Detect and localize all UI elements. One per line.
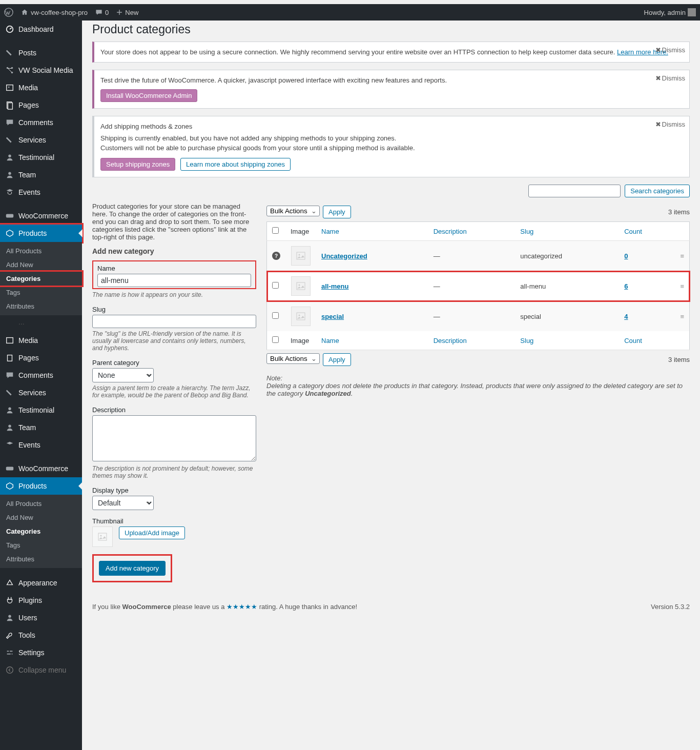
menu-settings[interactable]: Settings bbox=[0, 644, 82, 661]
parent-select[interactable]: None bbox=[92, 368, 154, 382]
search-categories-button[interactable]: Search categories bbox=[625, 185, 690, 197]
menu-collapse[interactable]: Collapse menu bbox=[0, 661, 82, 679]
wp-logo[interactable] bbox=[4, 8, 13, 17]
menu-services-2[interactable]: Services bbox=[0, 384, 82, 401]
sub-tags-2[interactable]: Tags bbox=[0, 538, 82, 552]
name-input[interactable] bbox=[97, 274, 251, 287]
col-image: Image bbox=[285, 222, 316, 241]
close-icon: ✖ bbox=[655, 120, 661, 128]
rating-stars[interactable]: ★★★★★ bbox=[227, 603, 257, 611]
menu-testimonial[interactable]: Testimonial bbox=[0, 149, 82, 166]
menu-pages-2[interactable]: Pages bbox=[0, 349, 82, 367]
col-count[interactable]: Count bbox=[619, 222, 675, 241]
menu-testimonial-2[interactable]: Testimonial bbox=[0, 401, 82, 419]
col-name[interactable]: Name bbox=[316, 222, 428, 241]
svg-rect-27 bbox=[297, 282, 305, 290]
sub-all-products[interactable]: All Products bbox=[0, 244, 82, 258]
col-description[interactable]: Description bbox=[428, 331, 516, 350]
sub-add-new[interactable]: Add New bbox=[0, 258, 82, 272]
notice-dismiss[interactable]: ✖Dismiss bbox=[655, 46, 686, 54]
menu-team-2[interactable]: Team bbox=[0, 419, 82, 436]
drag-handle-icon[interactable]: ≡ bbox=[680, 282, 684, 290]
sub-categories[interactable]: Categories bbox=[0, 272, 82, 286]
category-count-link[interactable]: 0 bbox=[624, 252, 628, 260]
setup-shipping-button[interactable]: Setup shipping zones bbox=[100, 158, 175, 171]
select-all-top[interactable] bbox=[272, 227, 279, 234]
admin-bar: vw-coffee-shop-pro 0 New Howdy, admin bbox=[0, 4, 700, 21]
add-category-button[interactable]: Add new category bbox=[99, 561, 166, 576]
col-name[interactable]: Name bbox=[316, 331, 428, 350]
col-count[interactable]: Count bbox=[619, 331, 675, 350]
menu-media[interactable]: Media bbox=[0, 79, 82, 96]
new-link[interactable]: New bbox=[116, 9, 138, 16]
menu-comments[interactable]: Comments bbox=[0, 114, 82, 131]
menu-services[interactable]: Services bbox=[0, 131, 82, 149]
menu-posts[interactable]: Posts bbox=[0, 44, 82, 62]
menu-woocommerce[interactable]: WooCommerce bbox=[0, 207, 82, 225]
site-link[interactable]: vw-coffee-shop-pro bbox=[20, 8, 88, 16]
sub-attributes[interactable]: Attributes bbox=[0, 299, 82, 313]
svg-point-14 bbox=[8, 408, 11, 410]
category-count-link[interactable]: 6 bbox=[624, 282, 628, 290]
drag-handle-icon[interactable]: ≡ bbox=[680, 313, 684, 320]
svg-point-6 bbox=[8, 87, 10, 88]
description-textarea[interactable] bbox=[92, 415, 256, 461]
menu-pages[interactable]: Pages bbox=[0, 96, 82, 114]
image-placeholder-icon bbox=[291, 276, 311, 296]
notice-dismiss[interactable]: ✖Dismiss bbox=[655, 74, 686, 82]
col-slug[interactable]: Slug bbox=[515, 222, 619, 241]
category-name-link[interactable]: special bbox=[321, 313, 344, 320]
category-description: — bbox=[428, 241, 516, 271]
category-name-link[interactable]: all-menu bbox=[321, 282, 348, 290]
menu-plugins[interactable]: Plugins bbox=[0, 592, 82, 609]
drag-handle-icon[interactable]: ≡ bbox=[680, 252, 684, 260]
display-type-label: Display type bbox=[92, 487, 256, 494]
svg-rect-8 bbox=[8, 103, 12, 110]
page-title: Product categories bbox=[92, 21, 690, 42]
sub-add-new-2[interactable]: Add New bbox=[0, 511, 82, 524]
install-wc-admin-button[interactable]: Install WooCommerce Admin bbox=[100, 89, 197, 102]
menu-media-2[interactable]: Media bbox=[0, 332, 82, 349]
menu-woocommerce-2[interactable]: WooCommerce bbox=[0, 460, 82, 477]
sub-attributes-2[interactable]: Attributes bbox=[0, 552, 82, 566]
row-checkbox[interactable] bbox=[272, 312, 279, 319]
menu-appearance[interactable]: Appearance bbox=[0, 574, 82, 592]
menu-tools[interactable]: Tools bbox=[0, 626, 82, 644]
col-description[interactable]: Description bbox=[428, 222, 516, 241]
upload-image-button[interactable]: Upload/Add image bbox=[119, 526, 185, 539]
col-slug[interactable]: Slug bbox=[515, 331, 619, 350]
menu-events-2[interactable]: Events bbox=[0, 436, 82, 454]
notice-https: Your store does not appear to be using a… bbox=[92, 42, 690, 63]
menu-products-2[interactable]: Products bbox=[0, 477, 82, 495]
slug-label: Slug bbox=[92, 306, 256, 313]
menu-dashboard[interactable]: Dashboard bbox=[0, 21, 82, 38]
menu-comments-2[interactable]: Comments bbox=[0, 367, 82, 384]
notice-dismiss[interactable]: ✖Dismiss bbox=[655, 120, 686, 128]
sub-categories-2[interactable]: Categories bbox=[0, 524, 82, 538]
comments-link[interactable]: 0 bbox=[95, 8, 109, 16]
display-type-select[interactable]: Default bbox=[92, 496, 154, 510]
bulk-actions-bottom[interactable]: Bulk Actions bbox=[266, 353, 320, 364]
category-name-link[interactable]: Uncategorized bbox=[321, 252, 367, 260]
learn-shipping-button[interactable]: Learn more about shipping zones bbox=[180, 158, 291, 171]
bulk-actions-top[interactable]: Bulk Actions bbox=[266, 206, 320, 216]
search-input[interactable] bbox=[528, 185, 621, 197]
lock-icon: ? bbox=[272, 252, 280, 260]
slug-input[interactable] bbox=[92, 315, 256, 328]
menu-hidden-divider: ··· bbox=[0, 315, 82, 332]
select-all-bottom[interactable] bbox=[272, 336, 279, 343]
apply-button-top[interactable]: Apply bbox=[323, 206, 351, 218]
sub-tags[interactable]: Tags bbox=[0, 286, 82, 299]
menu-users[interactable]: Users bbox=[0, 609, 82, 626]
menu-vw-social[interactable]: VW Social Media bbox=[0, 62, 82, 79]
menu-team[interactable]: Team bbox=[0, 166, 82, 184]
howdy-link[interactable]: Howdy, admin bbox=[644, 8, 696, 16]
svg-point-28 bbox=[299, 285, 300, 286]
svg-point-30 bbox=[299, 315, 300, 316]
menu-products[interactable]: Products bbox=[0, 225, 82, 242]
apply-button-bottom[interactable]: Apply bbox=[323, 353, 351, 366]
category-count-link[interactable]: 4 bbox=[624, 313, 628, 320]
menu-events[interactable]: Events bbox=[0, 184, 82, 201]
sub-all-products-2[interactable]: All Products bbox=[0, 497, 82, 511]
row-checkbox[interactable] bbox=[272, 282, 279, 289]
